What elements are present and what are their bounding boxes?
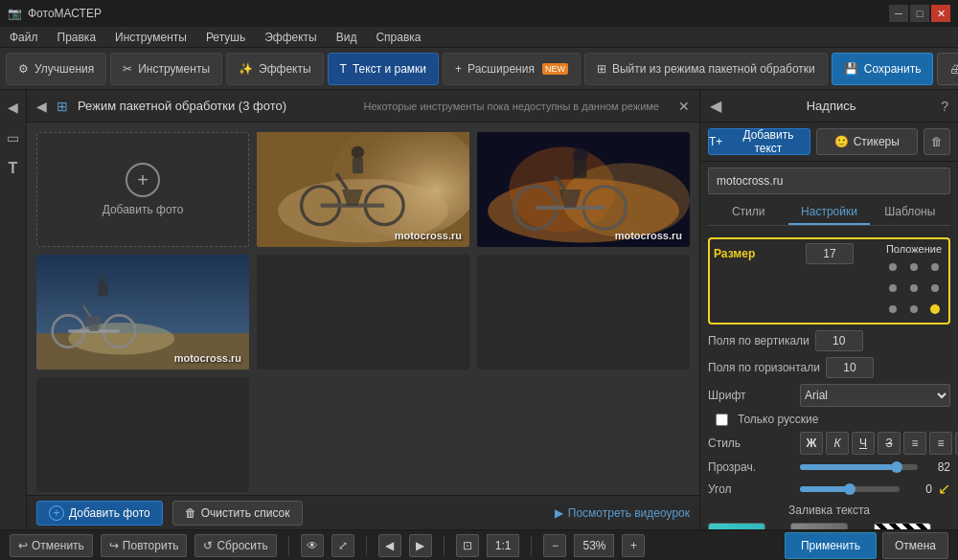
text-input-area [708,168,950,194]
trash-icon: 🗑 [185,506,196,520]
angle-thumb[interactable] [844,483,855,495]
strikethrough-button[interactable]: З [878,432,901,455]
color-swatch[interactable] [708,523,765,529]
save-button[interactable]: 💾 Сохранить [832,53,934,85]
zoom-in-button[interactable]: + [622,534,645,557]
close-batch-icon[interactable]: ✕ [678,99,690,114]
menu-file[interactable]: Файл [6,29,42,46]
bold-button[interactable]: Ж [800,432,823,455]
text-add-icon: T+ [709,135,722,148]
fit-button[interactable]: ⤢ [331,534,354,557]
reset-button[interactable]: ↺ Сбросить [194,534,276,557]
close-button[interactable]: ✕ [931,5,950,22]
menu-effects[interactable]: Эффекты [261,29,321,46]
pos-mid-left[interactable] [883,279,902,298]
prev-button[interactable]: ◀ [378,534,401,557]
texture-swatch[interactable] [874,523,931,529]
stickers-button[interactable]: 🙂 Стикеры [816,128,919,155]
redo-button[interactable]: ↪ Повторить [101,534,188,557]
svg-rect-20 [574,161,586,178]
back-arrow[interactable]: ◀ [36,99,47,114]
zoom-out-button[interactable]: − [543,534,566,557]
align-center-button[interactable]: ≡ [929,432,952,455]
svg-rect-9 [353,158,363,174]
menu-view[interactable]: Вид [332,29,361,46]
menu-help[interactable]: Справка [372,29,424,46]
align-left-button[interactable]: ≡ [903,432,926,455]
underline-button[interactable]: Ч [852,432,875,455]
panel-back-icon[interactable]: ◀ [710,97,721,115]
only-russian-checkbox[interactable] [716,414,728,426]
improvements-button[interactable]: ⚙ Улучшения [6,53,106,85]
pos-top-center[interactable] [904,258,924,277]
bottom-status-bar: ↩ Отменить ↪ Повторить ↺ Сбросить 👁 ⤢ ◀ … [0,529,958,560]
horizontal-margin-input[interactable] [826,357,874,378]
text-input[interactable] [708,168,950,194]
extensions-button[interactable]: + Расширения NEW [443,53,581,85]
cancel-button[interactable]: Отмена [882,532,948,559]
tab-settings[interactable]: Настройки [788,200,869,225]
position-label: Положение [883,243,945,255]
photo-cell-1: motocross.ru [257,132,469,247]
add-photo-cell[interactable]: + Добавить фото [36,132,249,247]
size-input[interactable] [806,243,854,264]
color-swatches: Цвет Градиент Текстура [708,523,950,529]
italic-button[interactable]: К [826,432,849,455]
instruments-button[interactable]: ✂ Инструменты [110,53,222,85]
pos-bot-left[interactable] [883,300,902,319]
print-button[interactable]: 🖨 Печать [937,53,958,85]
font-label: Шрифт [708,389,794,402]
eye-button[interactable]: 👁 [301,534,324,557]
apply-button[interactable]: Применить [785,532,877,559]
maximize-button[interactable]: □ [910,5,929,22]
crop-button[interactable]: ⊡ [456,534,479,557]
angle-row: Угол 0 ↙ [708,480,950,498]
horizontal-margin-row: Поля по горизонтали [708,357,950,378]
panel-help-icon[interactable]: ? [941,99,948,114]
watermark-3: motocross.ru [174,352,241,364]
only-russian-label: Только русские [738,413,818,426]
improvements-icon: ⚙ [18,62,29,76]
sidebar-shape-icon[interactable]: ▭ [2,126,25,149]
text-frames-button[interactable]: T Текст и рамки [328,53,439,85]
sidebar-text-icon[interactable]: T [2,157,25,180]
font-select[interactable]: Arial [800,384,950,407]
pos-bot-center[interactable] [904,300,924,319]
effects-button[interactable]: ✨ Эффекты [226,53,324,85]
tutorial-link[interactable]: ▶ Посмотреть видеоурок [555,506,690,520]
pos-top-right[interactable] [925,258,945,277]
menu-tools[interactable]: Инструменты [111,29,191,46]
watermark-1: motocross.ru [395,230,462,241]
tab-templates[interactable]: Шаблоны [870,200,950,225]
undo-button[interactable]: ↩ Отменить [10,534,93,557]
panel-content: Размер Положение [700,232,958,529]
pos-bot-right[interactable] [925,300,945,319]
pos-mid-right[interactable] [925,279,945,298]
text-icon: T [340,62,347,76]
add-photo-button[interactable]: + Добавить фото [36,501,163,526]
menu-retouch[interactable]: Ретушь [202,29,249,46]
delete-panel-button[interactable]: 🗑 [924,128,950,155]
sidebar-back-icon[interactable]: ◀ [2,96,25,119]
exit-batch-button[interactable]: ⊞ Выйти из режима пакетной обработки [584,53,828,85]
sticker-icon: 🙂 [834,135,849,148]
opacity-thumb[interactable] [891,461,902,473]
pos-top-left[interactable] [883,258,902,277]
angle-slider[interactable] [800,486,900,492]
new-badge: NEW [542,63,568,75]
vertical-margin-input[interactable] [815,330,863,351]
pos-mid-center[interactable] [904,279,924,298]
opacity-slider[interactable] [800,464,918,470]
tab-styles[interactable]: Стили [708,200,788,225]
minimize-button[interactable]: ─ [889,5,908,22]
main-area: ◀ ▭ T ◀ ⊞ Режим пакетной обработки (3 фо… [0,90,958,529]
gradient-swatch[interactable] [790,523,848,529]
redo-icon: ↪ [109,539,119,552]
opacity-value: 82 [924,460,950,474]
watermark-2: motocross.ru [615,230,682,241]
add-text-button[interactable]: T+ Добавить текст [708,128,810,155]
menu-edit[interactable]: Правка [54,29,101,46]
next-button[interactable]: ▶ [409,534,432,557]
empty-cell-2 [477,255,690,370]
clear-list-button[interactable]: 🗑 Очистить список [172,501,303,526]
